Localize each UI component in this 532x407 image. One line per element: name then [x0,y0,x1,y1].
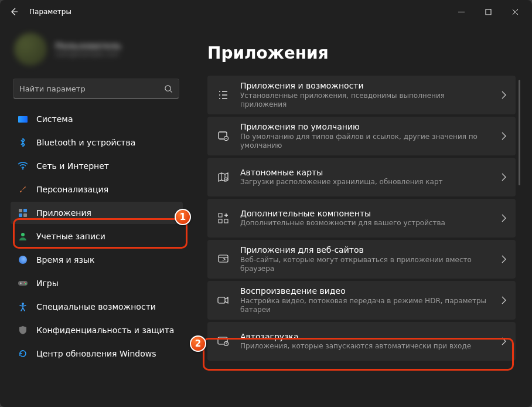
sidebar-item-network[interactable]: Сеть и Интернет [11,155,183,177]
map-icon [217,171,230,184]
sidebar-item-label: Игры [36,279,176,288]
apps-icon [18,208,28,218]
chevron-right-icon [502,337,506,345]
sidebar-item-label: Конфиденциальность и защита [36,325,176,335]
card-title: Воспроизведение видео [240,286,491,297]
back-button[interactable] [4,1,25,22]
card-title: Приложения и возможности [240,81,491,91]
svg-rect-15 [219,213,222,217]
svg-rect-3 [19,209,22,212]
sidebar-item-accessibility[interactable]: Специальные возможности [11,296,183,318]
sidebar-item-label: Учетные записи [36,232,176,241]
minimize-icon [458,9,465,15]
svg-rect-0 [486,9,491,15]
profile-name: Пользователь [55,41,121,50]
svg-rect-5 [19,213,22,217]
sidebar-item-label: Центр обновления Windows [36,349,176,358]
svg-point-9 [24,282,25,283]
card-descr: Установленные приложения, псевдонимы вып… [240,91,491,109]
video-icon [217,294,230,307]
chevron-right-icon [502,132,506,140]
chevron-right-icon [502,91,506,99]
chevron-right-icon [502,214,506,222]
search-box[interactable] [13,79,179,99]
sidebar-item-time-language[interactable]: Время и язык [11,249,183,271]
nav-list: Система Bluetooth и устройства Сеть и Ин… [11,108,183,365]
main-content: Приложения Приложения и возможности Уста… [187,23,532,407]
sidebar-item-windows-update[interactable]: Центр обновления Windows [11,342,183,365]
sidebar-item-label: Персонализация [36,185,176,194]
list-icon [217,89,230,101]
page-title: Приложения [207,43,528,63]
card-default-apps[interactable]: Приложения по умолчанию По умолчанию для… [207,117,516,155]
svg-rect-8 [18,281,28,286]
update-icon [18,348,28,359]
card-descr: Приложения, которые запускаются автомати… [240,342,491,351]
card-descr: Веб-сайты, которые могут открываться в п… [240,256,491,273]
sidebar: Пользователь user@example.com Система [0,23,187,407]
card-descr: Загрузки расположение хранилища, обновле… [240,178,491,186]
svg-rect-17 [224,219,228,223]
maximize-button[interactable] [475,0,502,23]
globe-clock-icon [18,255,28,265]
sidebar-item-label: Время и язык [36,255,176,264]
avatar [14,33,47,66]
app-title: Параметры [29,8,71,16]
svg-rect-19 [218,297,225,303]
card-apps-features[interactable]: Приложения и возможности Установленные п… [207,76,516,114]
annotation-badge-1: 1 [175,209,191,225]
scrollbar[interactable] [519,80,520,185]
sidebar-item-gaming[interactable]: Игры [11,272,183,294]
wifi-icon [18,161,28,171]
svg-point-7 [21,233,25,236]
card-video-playback[interactable]: Воспроизведение видео Настройка видео, п… [207,281,516,320]
sidebar-item-apps[interactable]: Приложения [11,202,183,224]
card-title: Приложения по умолчанию [240,122,491,133]
search-icon [164,84,173,93]
sidebar-item-system[interactable]: Система [11,108,183,130]
card-descr: По умолчанию для типов файлов и ссылок, … [240,133,491,150]
sidebar-item-privacy[interactable]: Конфиденциальность и защита [11,319,183,341]
search-input[interactable] [19,84,164,93]
card-optional-features[interactable]: Дополнительные компоненты Дополнительные… [207,199,516,238]
card-startup[interactable]: Автозагрузка Приложения, которые запуска… [207,322,516,361]
arrow-left-icon [9,7,19,16]
sidebar-item-accounts[interactable]: Учетные записи [11,225,183,247]
card-apps-for-websites[interactable]: Приложения для веб-сайтов Веб-сайты, кот… [207,240,516,279]
svg-point-2 [22,168,23,169]
sidebar-item-bluetooth[interactable]: Bluetooth и устройства [11,131,183,154]
minimize-button[interactable] [448,0,475,23]
shield-icon [18,325,28,335]
card-descr: Дополнительные возможности для вашего ус… [240,219,491,228]
sidebar-item-personalization[interactable]: Персонализация [11,178,183,201]
system-icon [18,114,28,124]
profile-email: user@example.com [55,50,121,58]
profile-block[interactable]: Пользователь user@example.com [11,29,183,76]
close-icon [512,9,519,15]
sidebar-item-label: Bluetooth и устройства [36,138,176,147]
sidebar-item-label: Система [36,114,176,124]
svg-point-10 [25,283,26,284]
chevron-right-icon [502,255,506,263]
bluetooth-icon [18,137,28,148]
window-controls [448,0,528,23]
chevron-right-icon [502,173,506,181]
sidebar-item-label: Приложения [36,208,176,218]
sidebar-item-label: Сеть и Интернет [36,161,176,171]
maximize-icon [485,9,492,15]
svg-rect-6 [23,213,27,217]
card-descr: Настройка видео, потоковая передача в ре… [240,297,491,314]
svg-point-1 [165,85,170,90]
person-icon [18,231,28,242]
gamepad-icon [18,278,28,289]
card-title: Приложения для веб-сайтов [240,245,491,256]
card-title: Автозагрузка [240,332,491,342]
default-apps-icon [217,130,230,143]
settings-window: Параметры Пользователь user@example.com [0,0,532,407]
close-button[interactable] [502,0,528,23]
card-offline-maps[interactable]: Автономные карты Загрузки расположение х… [207,158,516,196]
titlebar: Параметры [0,0,532,23]
profile-text: Пользователь user@example.com [55,41,121,58]
card-list: Приложения и возможности Установленные п… [207,76,528,361]
accessibility-icon [18,301,28,312]
